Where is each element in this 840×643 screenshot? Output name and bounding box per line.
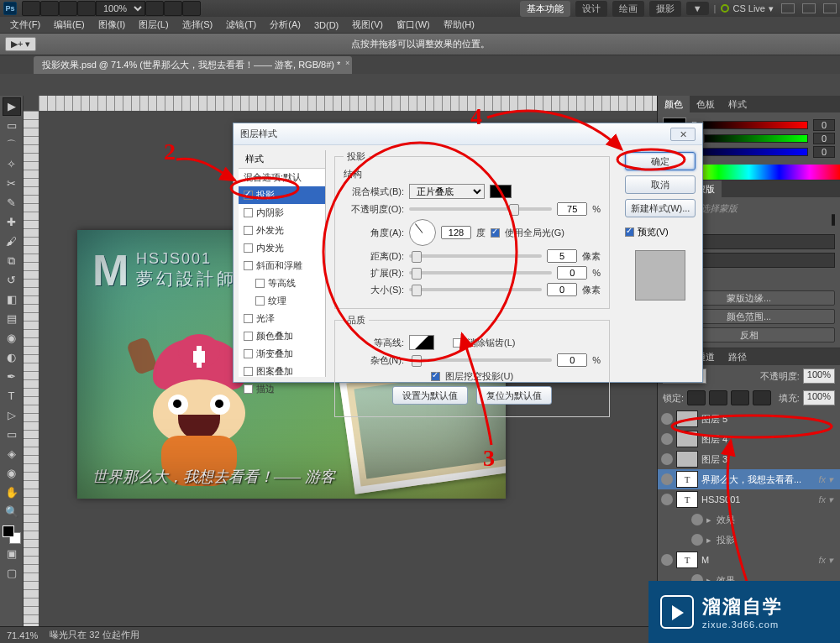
- global-light-checkbox[interactable]: [491, 228, 500, 238]
- workspace-basic[interactable]: 基本功能: [520, 1, 570, 17]
- distance-slider[interactable]: [409, 254, 542, 258]
- zoom-tool[interactable]: 🔍: [3, 503, 21, 521]
- antialias-checkbox[interactable]: [453, 338, 462, 348]
- shadow-color[interactable]: [490, 185, 512, 198]
- style-bevel[interactable]: 斜面和浮雕: [239, 257, 325, 274]
- shape-tool[interactable]: ▭: [3, 426, 21, 444]
- menu-file[interactable]: 文件(F): [5, 17, 45, 33]
- min-button[interactable]: [781, 3, 795, 13]
- contour-picker[interactable]: [409, 335, 434, 350]
- lock-pixel-btn[interactable]: [709, 390, 727, 405]
- workspace-more[interactable]: ▼: [686, 2, 709, 15]
- noise-slider[interactable]: [409, 358, 552, 362]
- style-inner-shadow[interactable]: 内阴影: [239, 204, 325, 222]
- reset-default-button[interactable]: 复位为默认值: [476, 386, 552, 405]
- layer-row[interactable]: TMfx ▾: [658, 550, 840, 570]
- brush-tool[interactable]: 🖌: [3, 233, 21, 251]
- blend-default-item[interactable]: 混合选项:默认: [239, 169, 325, 186]
- visibility-icon[interactable]: [661, 433, 673, 445]
- menu-edit[interactable]: 编辑(E): [49, 17, 90, 33]
- eraser-tool[interactable]: ◧: [3, 290, 21, 309]
- angle-value[interactable]: [441, 226, 471, 239]
- wand-tool[interactable]: ✧: [3, 155, 21, 174]
- style-contour[interactable]: 等高线: [239, 274, 325, 292]
- lasso-tool[interactable]: ⌒: [3, 136, 21, 154]
- tab-swatches[interactable]: 色板: [690, 96, 722, 112]
- cancel-button[interactable]: 取消: [625, 175, 696, 194]
- workspace-design[interactable]: 设计: [575, 1, 607, 17]
- layer-row[interactable]: 图层 3: [658, 449, 840, 469]
- opacity-value[interactable]: [557, 202, 587, 216]
- menu-image[interactable]: 图像(I): [93, 17, 130, 33]
- set-default-button[interactable]: 设置为默认值: [392, 386, 468, 405]
- max-button[interactable]: [802, 3, 816, 13]
- blue-value[interactable]: 0: [813, 146, 835, 158]
- menu-help[interactable]: 帮助(H): [438, 17, 480, 33]
- menu-view[interactable]: 视图(V): [347, 17, 388, 33]
- color-swatch[interactable]: [3, 525, 21, 544]
- feather-input[interactable]: [685, 253, 835, 268]
- dialog-close-button[interactable]: ✕: [670, 128, 696, 141]
- red-slider[interactable]: [703, 121, 808, 129]
- menu-layer[interactable]: 图层(L): [134, 17, 173, 33]
- dialog-titlebar[interactable]: 图层样式 ✕: [234, 123, 702, 145]
- layer-row[interactable]: 图层 5: [658, 409, 840, 429]
- history-brush-tool[interactable]: ↺: [3, 271, 21, 290]
- style-gradient-overlay[interactable]: 渐变叠加: [239, 345, 325, 363]
- layer-row[interactable]: ▸效果: [658, 510, 840, 530]
- titlebar-button[interactable]: [182, 1, 201, 16]
- preview-checkbox[interactable]: [625, 227, 634, 237]
- opacity-slider[interactable]: [409, 207, 552, 211]
- workspace-photo[interactable]: 摄影: [649, 1, 681, 17]
- tab-color[interactable]: 颜色: [658, 96, 690, 112]
- visibility-icon[interactable]: [691, 514, 703, 525]
- marquee-tool[interactable]: ▭: [3, 117, 21, 135]
- style-pattern-overlay[interactable]: 图案叠加: [239, 363, 325, 380]
- green-slider[interactable]: [704, 134, 808, 143]
- move-tool[interactable]: ▶: [3, 97, 21, 116]
- layer-row[interactable]: THSJS001fx ▾: [658, 489, 840, 510]
- visibility-icon[interactable]: [661, 494, 673, 505]
- menu-window[interactable]: 窗口(W): [391, 17, 435, 33]
- lock-pos-btn[interactable]: [731, 390, 749, 405]
- style-outer-glow[interactable]: 外发光: [239, 222, 325, 239]
- layer-row[interactable]: ▸投影: [658, 530, 840, 550]
- lock-all-btn[interactable]: [753, 390, 771, 405]
- visibility-icon[interactable]: [661, 413, 673, 425]
- spread-value[interactable]: [557, 266, 587, 280]
- titlebar-button[interactable]: [145, 1, 164, 16]
- close-icon[interactable]: ×: [345, 59, 349, 67]
- layer-row[interactable]: T界那么大，我想去看看...fx ▾: [658, 469, 840, 489]
- visibility-icon[interactable]: [661, 453, 673, 465]
- menu-3d[interactable]: 3D(D): [309, 18, 344, 32]
- document-tab[interactable]: 投影效果.psd @ 71.4% (世界那么大，我想去看看！—— 游客, RGB…: [34, 56, 352, 74]
- style-stroke[interactable]: 描边: [239, 380, 325, 398]
- density-input[interactable]: [685, 234, 835, 249]
- spread-slider[interactable]: [409, 271, 552, 274]
- style-drop-shadow[interactable]: 投影: [239, 186, 325, 204]
- ok-button[interactable]: 确定: [625, 152, 696, 170]
- gradient-tool[interactable]: ▤: [3, 310, 21, 328]
- noise-value[interactable]: [557, 353, 587, 367]
- path-tool[interactable]: ▷: [3, 406, 21, 425]
- blend-mode-dropdown[interactable]: 正片叠底: [409, 184, 485, 199]
- status-zoom[interactable]: 71.41%: [7, 630, 38, 640]
- menu-filter[interactable]: 滤镜(T): [221, 17, 261, 33]
- new-style-button[interactable]: 新建样式(W)...: [625, 199, 696, 217]
- opacity-input[interactable]: 100%: [803, 369, 835, 384]
- titlebar-button[interactable]: [40, 1, 59, 16]
- visibility-icon[interactable]: [661, 473, 673, 485]
- type-tool[interactable]: T: [3, 387, 21, 405]
- crop-tool[interactable]: ✂: [3, 175, 21, 193]
- distance-value[interactable]: [547, 249, 577, 263]
- zoom-select[interactable]: 100%: [96, 1, 145, 16]
- 3d-cam-tool[interactable]: ◉: [3, 464, 21, 483]
- tab-styles[interactable]: 样式: [722, 96, 753, 112]
- lock-trans-btn[interactable]: [687, 390, 706, 405]
- close-button[interactable]: [823, 3, 837, 13]
- menu-analysis[interactable]: 分析(A): [265, 17, 306, 33]
- style-inner-glow[interactable]: 内发光: [239, 239, 325, 257]
- tab-paths[interactable]: 路径: [722, 348, 753, 365]
- visibility-icon[interactable]: [661, 554, 673, 566]
- pen-tool[interactable]: ✒: [3, 368, 21, 386]
